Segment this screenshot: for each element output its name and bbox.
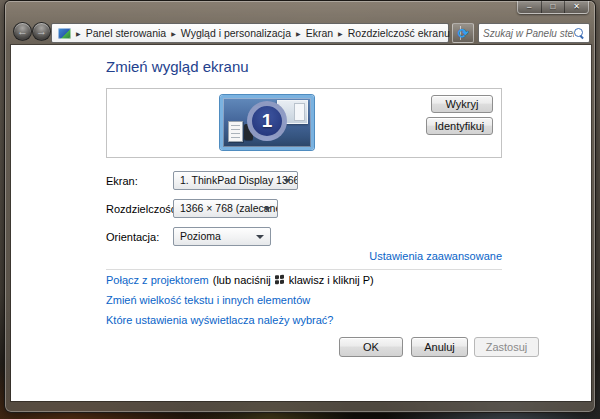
maximize-button[interactable]: □ (542, 1, 566, 13)
breadcrumb-separator-icon: ▶ (296, 30, 301, 37)
projector-hint-pre: (lub naciśnij (213, 274, 271, 286)
display-help-link[interactable]: Które ustawienia wyświetlacza należy wyb… (106, 314, 333, 326)
cancel-button[interactable]: Anuluj (411, 337, 468, 357)
windows-logo-icon (275, 275, 285, 286)
orientation-select[interactable]: Pozioma (173, 227, 271, 246)
control-panel-window: – □ ✕ ← → ▼ ▶ Panel sterowania ▶ Wygląd … (4, 0, 596, 413)
connect-projector-link[interactable]: Połącz z projektorem (106, 274, 209, 286)
display-preview-box: 1 Wykryj Identyfikuj (106, 88, 502, 158)
breadcrumb-item-panel-sterowania[interactable]: Panel sterowania (86, 27, 167, 39)
back-icon: ← (17, 26, 28, 37)
ok-button[interactable]: OK (339, 337, 403, 357)
screen-select[interactable]: 1. ThinkPad Display 1366x768 (173, 171, 298, 190)
monitor-number: 1 (262, 110, 273, 132)
advanced-settings-link[interactable]: Ustawienia zaawansowane (369, 250, 502, 262)
identify-button[interactable]: Identyfikuj (426, 117, 493, 135)
breadcrumb-item-ekran[interactable]: Ekran (306, 27, 333, 39)
search-input[interactable] (483, 28, 574, 39)
screen-label: Ekran: (106, 175, 138, 187)
resolution-label: Rozdzielczość: (106, 203, 179, 215)
projector-row: Połącz z projektorem (lub naciśnij klawi… (106, 274, 374, 286)
apply-button: Zastosuj (474, 337, 539, 357)
resolution-select[interactable]: 1366 × 768 (zalecane) (173, 199, 278, 218)
refresh-icon: ⟳ (458, 26, 469, 41)
page-title: Zmień wygląd ekranu (106, 58, 249, 75)
close-button[interactable]: ✕ (565, 1, 588, 13)
detect-button[interactable]: Wykryj (431, 95, 493, 113)
minimize-icon: – (527, 3, 531, 11)
help-row: Które ustawienia wyświetlacza należy wyb… (106, 314, 333, 326)
maximize-icon: □ (551, 3, 556, 11)
projector-hint-post: klawisz i kliknij P) (289, 274, 374, 286)
breadcrumb-separator-icon: ▶ (76, 30, 81, 37)
breadcrumb-separator-icon: ▶ (338, 30, 343, 37)
minimize-button[interactable]: – (518, 1, 542, 13)
breadcrumb-separator-icon: ▶ (171, 30, 176, 37)
monitor-thumbnail[interactable]: 1 (220, 95, 314, 150)
search-box (478, 23, 590, 43)
breadcrumb[interactable]: ▶ Panel sterowania ▶ Wygląd i personaliz… (51, 23, 449, 43)
control-panel-icon (58, 28, 71, 39)
content-area: Zmień wygląd ekranu 1 Wykryj Identyfikuj… (11, 45, 591, 401)
section-divider (106, 269, 502, 270)
forward-button[interactable]: → (32, 22, 51, 41)
close-icon: ✕ (573, 3, 580, 11)
mini-document-icon (228, 121, 243, 142)
breadcrumb-item-wyglad[interactable]: Wygląd i personalizacja (181, 27, 291, 39)
search-icon[interactable] (574, 28, 585, 39)
back-button[interactable]: ← (13, 22, 32, 41)
monitor-number-badge: 1 (247, 101, 287, 141)
caption-button-group: – □ ✕ (517, 1, 589, 14)
orientation-label: Orientacja: (106, 231, 159, 243)
text-size-link[interactable]: Zmień wielkość tekstu i innych elementów (106, 294, 310, 306)
refresh-button[interactable]: ⟳ (452, 23, 474, 43)
forward-icon: → (36, 26, 47, 37)
breadcrumb-item-rozdzielczosc[interactable]: Rozdzielczość ekranu (348, 27, 450, 39)
text-size-row: Zmień wielkość tekstu i innych elementów (106, 294, 310, 306)
